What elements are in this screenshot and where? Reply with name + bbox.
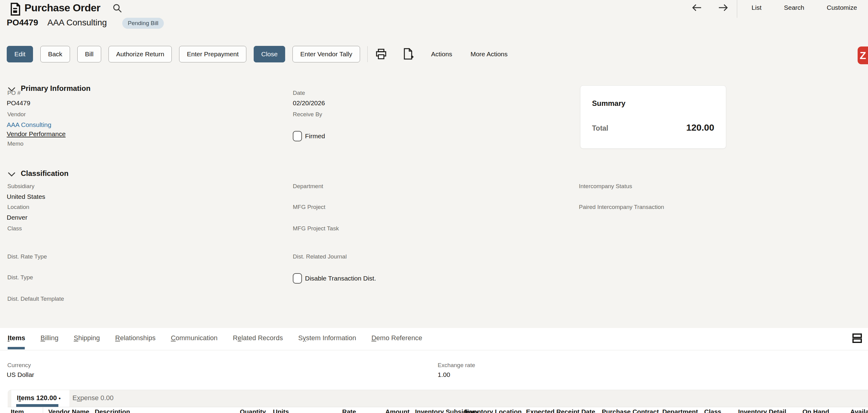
side-badge-glyph: Z — [860, 50, 866, 61]
primary-information-heading: Primary Information — [21, 84, 90, 93]
location-value: Denver — [7, 214, 28, 221]
summary-total-label: Total — [592, 124, 608, 132]
tab-shipping[interactable]: Shipping — [74, 334, 100, 342]
summary-heading: Summary — [592, 99, 625, 108]
dist-default-template-label: Dist. Default Template — [7, 296, 64, 302]
feedback-side-badge[interactable]: Z — [858, 47, 868, 64]
exchange-rate-value: 1.00 — [438, 371, 450, 378]
dist-related-journal-label: Dist. Related Journal — [293, 253, 347, 260]
col-available: Available — [850, 408, 868, 413]
dist-type-label: Dist. Type — [7, 274, 33, 281]
vendor-link[interactable]: AAA Consulting — [7, 121, 51, 128]
col-rate: Rate — [309, 408, 356, 413]
tab-billing[interactable]: Billing — [40, 334, 58, 342]
class-label: Class — [7, 225, 22, 232]
purchase-order-page: Purchase Order List Search Customize PO4… — [0, 0, 868, 413]
col-item: Item — [11, 408, 24, 413]
col-inventory-detail: Inventory Detail — [738, 408, 786, 413]
col-purchase-contract: Purchase Contract — [602, 408, 659, 413]
back-arrow-icon[interactable] — [691, 3, 702, 12]
nav-divider — [737, 0, 737, 18]
col-description: Description — [95, 408, 130, 413]
summary-total-value: 120.00 — [653, 122, 714, 133]
record-name: AAA Consulting — [48, 18, 107, 28]
tab-items[interactable]: Items — [8, 334, 25, 342]
tab-demo-reference[interactable]: Demo Reference — [371, 334, 422, 342]
subsidiary-label: Subsidiary — [7, 183, 34, 190]
col-inventory-location: Inventory Location — [464, 408, 522, 413]
tab-communication[interactable]: Communication — [171, 334, 218, 342]
date-value: 02/20/2026 — [293, 99, 325, 107]
date-label: Date — [293, 90, 305, 96]
enter-vendor-tally-button[interactable]: Enter Vendor Tally — [292, 46, 360, 62]
col-class: Class — [704, 408, 721, 413]
bill-button[interactable]: Bill — [77, 46, 101, 62]
memo-label: Memo — [7, 140, 24, 147]
currency-label: Currency — [7, 362, 31, 368]
search-icon[interactable] — [113, 3, 122, 13]
col-vendor-name: Vendor Name — [48, 408, 89, 413]
department-label: Department — [293, 183, 323, 190]
sublist-tab-strip: Items 120.00 • Expense 0.00 — [8, 390, 868, 407]
tab-system-information[interactable]: System Information — [298, 334, 356, 342]
firmed-checkbox[interactable] — [293, 131, 302, 141]
firmed-checkbox-label: Firmed — [305, 132, 325, 140]
edit-button[interactable]: Edit — [7, 46, 33, 62]
enter-prepayment-button[interactable]: Enter Prepayment — [179, 46, 246, 62]
intercompany-status-label: Intercompany Status — [579, 183, 632, 190]
col-on-hand: On Hand — [788, 408, 829, 413]
toolbar-divider — [367, 46, 368, 62]
back-button[interactable]: Back — [40, 46, 70, 62]
nav-search-link[interactable]: Search — [784, 4, 804, 11]
exchange-rate-label: Exchange rate — [438, 362, 475, 368]
forward-arrow-icon[interactable] — [718, 3, 728, 12]
mfg-project-label: MFG Project — [293, 204, 326, 210]
close-button[interactable]: Close — [254, 46, 285, 62]
actions-menu-button[interactable]: Actions — [431, 51, 452, 58]
nav-customize-link[interactable]: Customize — [827, 4, 857, 11]
transaction-doc-icon — [9, 2, 21, 16]
page-title: Purchase Order — [25, 2, 100, 14]
main-tabs: Items Billing Shipping Relationships Com… — [8, 334, 423, 342]
currency-value: US Dollar — [7, 371, 34, 378]
disable-transaction-dist-checkbox[interactable] — [293, 273, 302, 284]
new-document-icon[interactable] — [402, 48, 414, 61]
col-units: Units — [273, 408, 289, 413]
receive-by-label: Receive By — [293, 111, 322, 118]
print-icon[interactable] — [375, 48, 387, 60]
po-number-label: PO # — [7, 90, 21, 96]
nav-list-link[interactable]: List — [751, 4, 762, 11]
classification-section-chevron-icon[interactable] — [8, 172, 16, 177]
authorize-return-button[interactable]: Authorize Return — [108, 46, 172, 62]
summary-card: Summary Total 120.00 — [580, 85, 726, 149]
subsidiary-value: United States — [7, 193, 45, 200]
tabs-divider — [0, 350, 868, 350]
active-tab-indicator — [8, 347, 25, 349]
toolbar: Edit Back Bill Authorize Return Enter Pr… — [7, 46, 508, 62]
active-subtab-indicator — [16, 404, 58, 407]
paired-intercompany-transaction-label: Paired Intercompany Transaction — [579, 204, 664, 210]
col-department: Department — [662, 408, 698, 413]
classification-heading: Classification — [21, 169, 68, 178]
col-expected-receipt-date: Expected Receipt Date — [526, 408, 595, 413]
subtab-expense[interactable]: Expense 0.00 — [72, 394, 114, 402]
subtab-items[interactable]: Items 120.00 • — [17, 394, 61, 402]
tab-relationships[interactable]: Relationships — [115, 334, 156, 342]
status-badge: Pending Bill — [122, 18, 164, 29]
more-actions-menu-button[interactable]: More Actions — [470, 51, 507, 58]
vendor-performance-link[interactable]: Vendor Performance — [7, 130, 66, 138]
table-column-divider — [43, 407, 43, 413]
unsaved-marker: • — [59, 395, 61, 402]
po-number-value: PO4479 — [7, 99, 30, 107]
disable-transaction-dist-label: Disable Transaction Dist. — [305, 275, 376, 282]
expand-collapse-rows-icon[interactable] — [852, 333, 863, 343]
dist-rate-type-label: Dist. Rate Type — [7, 253, 47, 260]
tab-related-records[interactable]: Related Records — [233, 334, 283, 342]
location-label: Location — [7, 204, 29, 210]
col-quantity: Quantity — [211, 408, 266, 413]
vendor-label: Vendor — [7, 111, 26, 118]
record-id: PO4479 — [7, 18, 38, 28]
col-amount: Amount — [362, 408, 409, 413]
mfg-project-task-label: MFG Project Task — [293, 225, 339, 232]
